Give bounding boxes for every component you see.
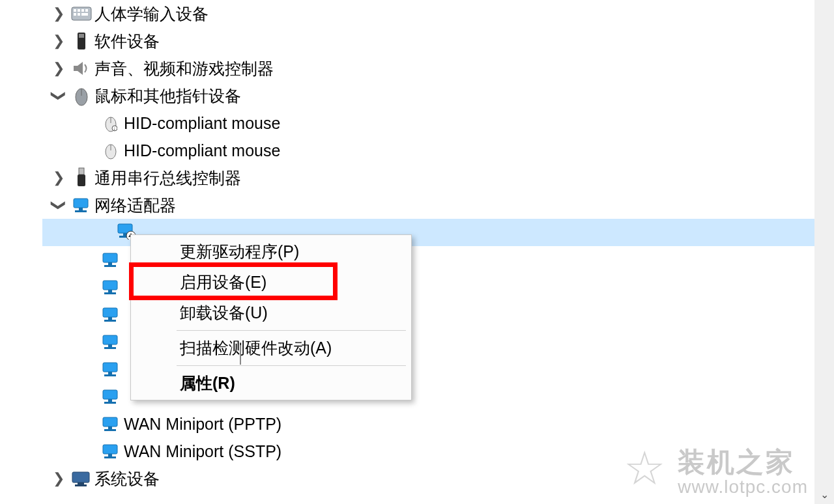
- watermark-title: 装机之家: [678, 447, 808, 477]
- tree-label: 鼠标和其他指针设备: [94, 82, 241, 109]
- tree-label: HID-compliant mouse: [124, 137, 280, 164]
- network-icon: [68, 196, 94, 214]
- keyboard-icon: [68, 7, 94, 21]
- tree-node-usb[interactable]: ❯ 通用串行总线控制器: [13, 164, 814, 191]
- speaker-icon: [68, 59, 94, 77]
- svg-rect-4: [85, 9, 88, 12]
- menu-separator: [177, 330, 406, 331]
- tree-label: 系统设备: [94, 465, 160, 492]
- network-icon: [98, 278, 124, 296]
- svg-rect-33: [108, 290, 112, 292]
- tree-label: 网络适配器: [94, 191, 176, 219]
- svg-rect-32: [103, 281, 117, 290]
- network-icon: [98, 442, 124, 460]
- watermark-url: www.lotpc.com: [678, 477, 808, 497]
- svg-rect-20: [78, 175, 85, 186]
- menu-separator: [177, 365, 406, 366]
- tree-node-software[interactable]: ❯ 软件设备: [13, 27, 814, 55]
- svg-rect-42: [108, 372, 112, 374]
- tree-node-sound[interactable]: ❯ 声音、视频和游戏控制器: [13, 55, 814, 82]
- svg-rect-6: [78, 13, 80, 16]
- svg-rect-55: [75, 484, 87, 486]
- network-icon: [98, 360, 124, 378]
- tree-label: WAN Miniport (PPTP): [124, 410, 281, 438]
- tree-leaf-hid-mouse-1[interactable]: · ↓ HID-compliant mouse: [13, 109, 814, 137]
- svg-rect-1: [74, 9, 76, 12]
- scroll-down-icon[interactable]: ⌄: [818, 488, 831, 501]
- svg-rect-52: [104, 456, 116, 458]
- svg-rect-2: [78, 9, 80, 12]
- mouse-icon: ↓: [98, 114, 124, 132]
- expand-collapsed-icon[interactable]: ❯: [49, 0, 68, 27]
- network-icon: [98, 305, 124, 324]
- network-icon: [98, 333, 124, 351]
- svg-rect-47: [103, 417, 117, 427]
- svg-rect-51: [108, 454, 112, 456]
- usb-icon: [68, 167, 94, 189]
- mouse-icon: [68, 85, 94, 106]
- svg-rect-43: [104, 374, 116, 376]
- svg-rect-7: [81, 13, 88, 16]
- svg-rect-39: [108, 344, 112, 347]
- svg-rect-29: [103, 253, 117, 262]
- menu-item-properties[interactable]: 属性(R): [131, 368, 411, 399]
- svg-rect-3: [81, 9, 84, 12]
- tree-node-hid[interactable]: ❯ 人体学输入设备: [13, 0, 814, 27]
- menu-item-uninstall-device[interactable]: 卸载设备(U): [131, 298, 411, 328]
- svg-rect-45: [108, 399, 112, 402]
- network-icon: [98, 251, 124, 269]
- svg-rect-38: [103, 335, 117, 344]
- tree-label: 人体学输入设备: [94, 0, 208, 27]
- svg-marker-10: [74, 62, 83, 75]
- svg-rect-5: [74, 13, 76, 16]
- expand-expanded-icon[interactable]: ❯: [45, 86, 72, 105]
- svg-rect-36: [108, 317, 112, 320]
- network-icon: [98, 415, 124, 433]
- tree-label: 声音、视频和游戏控制器: [94, 55, 274, 82]
- svg-rect-22: [79, 208, 83, 210]
- menu-item-scan-hardware[interactable]: 扫描检测硬件改动(A): [131, 333, 411, 363]
- vertical-scrollbar[interactable]: ⌄: [814, 0, 834, 504]
- svg-rect-50: [103, 445, 117, 454]
- tree-label: 通用串行总线控制器: [94, 164, 241, 191]
- svg-rect-49: [104, 429, 116, 431]
- svg-rect-54: [78, 483, 84, 484]
- svg-rect-35: [103, 308, 117, 317]
- svg-rect-48: [108, 427, 112, 429]
- watermark: ☆ 装机之家 www.lotpc.com: [624, 447, 808, 497]
- svg-rect-37: [104, 320, 116, 322]
- svg-rect-9: [79, 34, 84, 38]
- svg-rect-19: [79, 168, 84, 175]
- svg-rect-44: [103, 390, 117, 399]
- expand-collapsed-icon[interactable]: ❯: [49, 27, 68, 55]
- tree-node-mice[interactable]: ❯ 鼠标和其他指针设备: [13, 82, 814, 109]
- chip-icon: [68, 31, 94, 51]
- expand-collapsed-icon[interactable]: ❯: [49, 465, 68, 492]
- svg-text:↓: ↓: [113, 126, 116, 132]
- menu-item-update-driver[interactable]: 更新驱动程序(P): [131, 236, 411, 267]
- tree-leaf-hid-mouse-2[interactable]: · HID-compliant mouse: [13, 137, 814, 164]
- network-icon: [98, 387, 124, 406]
- svg-rect-40: [104, 347, 116, 349]
- computer-icon: [68, 469, 94, 488]
- tree-label: HID-compliant mouse: [124, 109, 280, 137]
- svg-rect-21: [74, 199, 88, 208]
- expand-expanded-icon[interactable]: ❯: [45, 195, 72, 215]
- expand-collapsed-icon[interactable]: ❯: [49, 164, 68, 191]
- svg-rect-53: [72, 472, 89, 483]
- svg-rect-41: [103, 363, 117, 372]
- cursor-icon: [240, 345, 241, 365]
- svg-rect-31: [104, 265, 116, 267]
- menu-item-enable-device[interactable]: 启用设备(E): [131, 267, 411, 298]
- svg-rect-34: [104, 292, 116, 294]
- svg-rect-30: [108, 262, 112, 265]
- svg-rect-23: [75, 210, 87, 212]
- expand-collapsed-icon[interactable]: ❯: [49, 55, 68, 82]
- tree-label: 软件设备: [94, 27, 160, 55]
- star-icon: ☆: [624, 445, 668, 492]
- tree-node-netadapters[interactable]: ❯ 网络适配器: [13, 191, 814, 219]
- context-menu: 更新驱动程序(P) 启用设备(E) 卸载设备(U) 扫描检测硬件改动(A) 属性…: [130, 234, 412, 400]
- mouse-icon: [98, 141, 124, 160]
- tree-leaf-wan-pptp[interactable]: · WAN Miniport (PPTP): [13, 410, 814, 438]
- svg-rect-46: [104, 402, 116, 404]
